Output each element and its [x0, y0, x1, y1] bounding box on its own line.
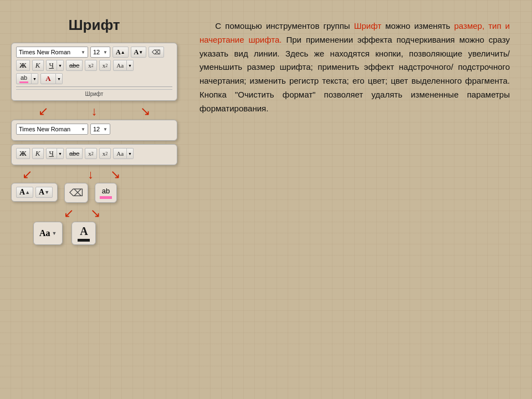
eraser-icon: ⌫: [152, 49, 161, 56]
description-text: С помощью инструментов группы Шрифт можн…: [200, 19, 510, 115]
highlight-icon: ab: [21, 74, 27, 81]
font-select-2-arrow: ▼: [81, 127, 85, 132]
split-change-case-btn[interactable]: Aa: [113, 148, 127, 159]
change-case-btn[interactable]: Aa: [113, 60, 127, 71]
split-subscript-btn[interactable]: x2: [85, 148, 97, 159]
arrows-row-3: ↙ ↘: [11, 207, 177, 219]
bottom-last-row: Aa ▼ A: [33, 222, 177, 245]
font-size-select-2[interactable]: 12 ▼: [90, 124, 110, 135]
highlight-ab-icon: ab: [102, 187, 110, 195]
font-size-select-1[interactable]: 12 ▼: [90, 47, 110, 58]
size-2-arrow: ▼: [103, 127, 108, 132]
underline-btn[interactable]: Ч: [46, 60, 57, 71]
red-arrow-1: ↙: [38, 105, 48, 117]
right-panel: С помощью инструментов группы Шрифт можн…: [188, 11, 521, 388]
split-italic-btn[interactable]: К: [32, 148, 44, 159]
clear-format-box: ⌫: [64, 183, 88, 203]
split-bold-btn[interactable]: Ж: [16, 148, 30, 159]
font-name-select-2[interactable]: Times New Roman ▼: [16, 124, 88, 135]
italic-btn[interactable]: К: [32, 60, 44, 71]
a-font-color-btn[interactable]: A: [71, 222, 96, 245]
strikethrough-btn[interactable]: abe: [66, 60, 83, 71]
separator: [16, 86, 172, 87]
split-toolbar-buttons: Ж К Ч ▼ abe x2 x2 Aa: [11, 144, 177, 165]
split-underline-btn[interactable]: Ч: [46, 148, 57, 159]
highlight-color-indicator: [100, 196, 112, 199]
arrows-row-2: ↙ ↓ ↘: [11, 168, 177, 181]
highlight-box: ab: [95, 183, 117, 203]
size-arrow: ▼: [103, 50, 108, 55]
group-label: Шрифт: [16, 89, 172, 97]
aa-style-btn[interactable]: Aa ▼: [33, 222, 63, 245]
bottom-decrease-btn[interactable]: A▼: [35, 187, 53, 198]
font-select-arrow: ▼: [81, 50, 85, 55]
red-arrow-3: ↘: [140, 105, 150, 117]
font-color-btn[interactable]: A: [40, 73, 56, 84]
split-strikethrough-btn[interactable]: abe: [66, 148, 83, 159]
red-arrow-6: ↘: [110, 168, 120, 181]
underline-arrow[interactable]: ▼: [57, 60, 64, 71]
aa-dropdown-arrow: ▼: [52, 231, 57, 236]
red-arrow-4: ↙: [22, 168, 32, 181]
a-color-bar: [78, 239, 90, 242]
bottom-isolated-row: A▲ A▼ ⌫ ab: [11, 183, 177, 203]
red-arrow-5: ↓: [88, 168, 94, 181]
red-arrow-2: ↓: [91, 105, 97, 117]
highlight-arrow[interactable]: ▼: [32, 73, 38, 84]
split-underline-arrow[interactable]: ▼: [57, 148, 64, 159]
clear-format-btn[interactable]: ⌫: [149, 47, 164, 58]
font-color-icon: A: [45, 74, 50, 83]
font-name-select-1[interactable]: Times New Roman ▼: [16, 47, 88, 58]
highlight-color-btn[interactable]: ab: [16, 73, 32, 84]
split-toolbar-top: Times New Roman ▼ 12 ▼: [11, 120, 177, 141]
a-letter: A: [80, 225, 88, 238]
clear-format-icon: ⌫: [69, 187, 83, 199]
red-arrow-8: ↘: [90, 207, 100, 219]
red-arrow-7: ↙: [64, 207, 74, 219]
highlight-srift: Шрифт: [354, 21, 381, 30]
increase-font-btn[interactable]: A▲: [112, 47, 129, 58]
full-toolbar: Times New Roman ▼ 12 ▼ A▲ A▼ ⌫: [11, 43, 177, 101]
change-case-arrow[interactable]: ▼: [127, 60, 134, 71]
font-size-box: A▲ A▼: [11, 183, 58, 202]
split-superscript-btn[interactable]: x2: [99, 148, 111, 159]
split-change-case-arrow[interactable]: ▼: [127, 148, 134, 159]
subscript-btn[interactable]: x2: [85, 60, 97, 71]
bottom-increase-btn[interactable]: A▲: [16, 187, 33, 198]
arrows-row-1: ↙ ↓ ↘: [11, 105, 177, 117]
font-color-arrow[interactable]: ▼: [56, 73, 63, 84]
superscript-btn[interactable]: x2: [99, 60, 111, 71]
highlight-color-bar: [19, 81, 28, 83]
decrease-font-btn[interactable]: A▼: [131, 47, 147, 58]
page-title: Шрифт: [11, 17, 177, 34]
bold-btn[interactable]: Ж: [16, 60, 30, 71]
aa-label: Aa: [39, 228, 50, 238]
